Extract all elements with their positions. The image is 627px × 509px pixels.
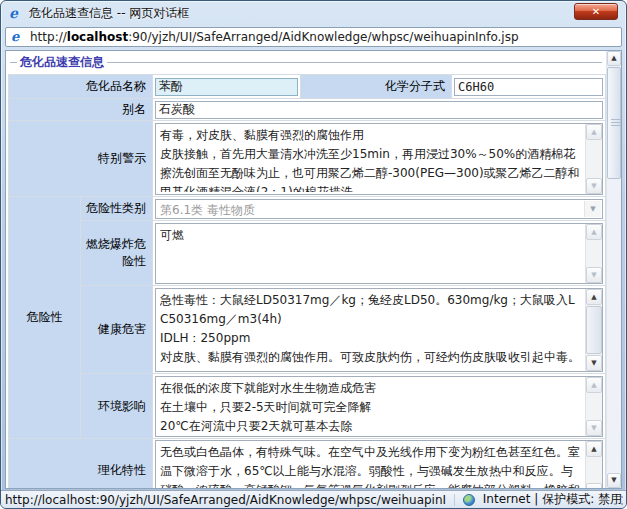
window-title: 危化品速查信息 -- 网页对话框	[29, 5, 189, 22]
scrollbar-thumb[interactable]	[586, 306, 602, 354]
row-hazard-category: 危险性 危险性类别 第6.1类 毒性物质 ▼	[9, 197, 606, 221]
special-warning-scrollbar[interactable]: ▲ ▼	[585, 124, 602, 194]
scroll-down-icon[interactable]: ▼	[586, 420, 602, 436]
hazard-category-label: 危险性类别	[81, 197, 153, 221]
formula-input[interactable]	[454, 78, 603, 96]
chemical-name-input[interactable]	[155, 78, 298, 96]
address-bar: e http://localhost:90/yjzh/UI/SafeArrang…	[5, 27, 622, 47]
scrollbar-gripper	[611, 119, 622, 126]
scroll-down-icon[interactable]: ▼	[607, 473, 621, 488]
row-name-formula: 危化品名称 化学分子式	[9, 75, 606, 99]
hazard-group-label: 危险性	[9, 197, 81, 439]
section-divider-right	[107, 62, 602, 63]
scroll-down-icon[interactable]: ▼	[586, 483, 602, 488]
fire-explosion-textarea[interactable]: 可燃 ▲ ▼	[155, 223, 603, 284]
status-bar: http://localhost:90/yjzh/UI/SafeArranged…	[1, 490, 626, 508]
fire-explosion-text: 可燃	[160, 226, 583, 281]
scroll-up-icon[interactable]: ▲	[586, 441, 602, 457]
scroll-up-icon[interactable]: ▲	[586, 224, 602, 240]
environment-scrollbar[interactable]: ▲ ▼	[585, 377, 602, 436]
address-url: http://localhost:90/yjzh/UI/SafeArranged…	[30, 30, 519, 44]
close-button[interactable]: ✕	[574, 3, 618, 20]
special-warning-text: 有毒，对皮肤、黏膜有强烈的腐蚀作用 皮肤接触，首先用大量清水冲洗至少15min，…	[160, 126, 583, 192]
section-title: 危化品速查信息	[20, 54, 104, 71]
title-bar: e 危化品速查信息 -- 网页对话框 ✕	[1, 1, 626, 26]
fire-explosion-label: 燃烧爆炸危险性	[81, 221, 153, 286]
scroll-up-icon[interactable]: ▲	[586, 377, 602, 393]
special-warning-label: 特别警示	[9, 121, 153, 197]
special-warning-textarea[interactable]: 有毒，对皮肤、黏膜有强烈的腐蚀作用 皮肤接触，首先用大量清水冲洗至少15min，…	[155, 123, 603, 195]
scroll-down-icon[interactable]: ▼	[586, 178, 602, 194]
physchem-label: 理化特性	[9, 439, 153, 489]
status-zone: Internet | 保护模式: 禁用	[483, 491, 622, 508]
health-hazard-text: 急性毒性：大鼠经LD50317mg／kg；兔经皮LD50。630mg/kg；大鼠…	[160, 291, 583, 369]
ie-icon: e	[9, 6, 24, 21]
dialog-window: e 危化品速查信息 -- 网页对话框 ✕ e http://localhost:…	[0, 0, 627, 509]
close-icon: ✕	[592, 6, 600, 17]
address-bar-row: e http://localhost:90/yjzh/UI/SafeArrang…	[1, 26, 626, 50]
row-physchem: 理化特性 无色或白色晶体，有特殊气味。在空气中及光线作用下变为粉红色甚至红色。室…	[9, 439, 606, 489]
physchem-scrollbar[interactable]: ▲ ▼	[585, 441, 602, 488]
health-hazard-label: 健康危害	[81, 286, 153, 374]
section-header: 危化品速查信息	[10, 54, 602, 71]
page-scrollbar[interactable]: ▲ ▼	[606, 51, 621, 488]
client-area: 危化品速查信息 危化品名称 化学分子式 别名 特别警示	[5, 50, 622, 489]
section-divider-left	[10, 62, 17, 63]
health-hazard-scrollbar[interactable]: ▲ ▼	[585, 289, 602, 371]
scroll-up-icon[interactable]: ▲	[586, 289, 602, 305]
physchem-text: 无色或白色晶体，有特殊气味。在空气中及光线作用下变为粉红色甚至红色。室温下微溶于…	[160, 443, 583, 488]
hazard-category-select[interactable]: 第6.1类 毒性物质 ▼	[155, 199, 603, 219]
status-url: http://localhost:90/yjzh/UI/SafeArranged…	[5, 493, 446, 507]
chemical-info-table: 危化品名称 化学分子式 别名 特别警示 有毒，对皮肤、黏膜有强烈的腐蚀作用 皮肤…	[8, 74, 606, 488]
alias-label: 别名	[9, 99, 153, 121]
row-special-warning: 特别警示 有毒，对皮肤、黏膜有强烈的腐蚀作用 皮肤接触，首先用大量清水冲洗至少1…	[9, 121, 606, 197]
formula-label: 化学分子式	[301, 75, 452, 99]
health-hazard-textarea[interactable]: 急性毒性：大鼠经LD50317mg／kg；兔经皮LD50。630mg/kg；大鼠…	[155, 288, 603, 372]
physchem-textarea[interactable]: 无色或白色晶体，有特殊气味。在空气中及光线作用下变为粉红色甚至红色。室温下微溶于…	[155, 440, 603, 488]
status-divider	[454, 494, 455, 506]
ie-page-icon: e	[11, 30, 25, 44]
alias-input[interactable]	[155, 101, 603, 119]
row-alias: 别名	[9, 99, 606, 121]
resize-grip[interactable]	[613, 495, 624, 506]
page-content: 危化品速查信息 危化品名称 化学分子式 别名 特别警示	[6, 51, 606, 488]
scroll-up-icon[interactable]: ▲	[607, 51, 621, 66]
page-scrollbar-thumb[interactable]	[607, 67, 621, 179]
environment-text: 在很低的浓度下就能对水生生物造成危害 在土壤中，只要2-5天时间就可完全降解 2…	[160, 379, 583, 434]
row-health-hazard: 健康危害 急性毒性：大鼠经LD50317mg／kg；兔经皮LD50。630mg/…	[9, 286, 606, 374]
fire-explosion-scrollbar[interactable]: ▲ ▼	[585, 224, 602, 283]
row-fire-explosion: 燃烧爆炸危险性 可燃 ▲ ▼	[9, 221, 606, 286]
scroll-down-icon[interactable]: ▼	[586, 355, 602, 371]
dropdown-arrow-icon[interactable]: ▼	[584, 201, 601, 217]
environment-label: 环境影响	[81, 374, 153, 439]
globe-icon	[463, 494, 475, 506]
hazard-category-value: 第6.1类 毒性物质	[160, 202, 255, 219]
name-label: 危化品名称	[9, 75, 153, 99]
scroll-up-icon[interactable]: ▲	[586, 124, 602, 140]
environment-textarea[interactable]: 在很低的浓度下就能对水生生物造成危害 在土壤中，只要2-5天时间就可完全降解 2…	[155, 376, 603, 437]
scroll-down-icon[interactable]: ▼	[586, 267, 602, 283]
row-environment: 环境影响 在很低的浓度下就能对水生生物造成危害 在土壤中，只要2-5天时间就可完…	[9, 374, 606, 439]
